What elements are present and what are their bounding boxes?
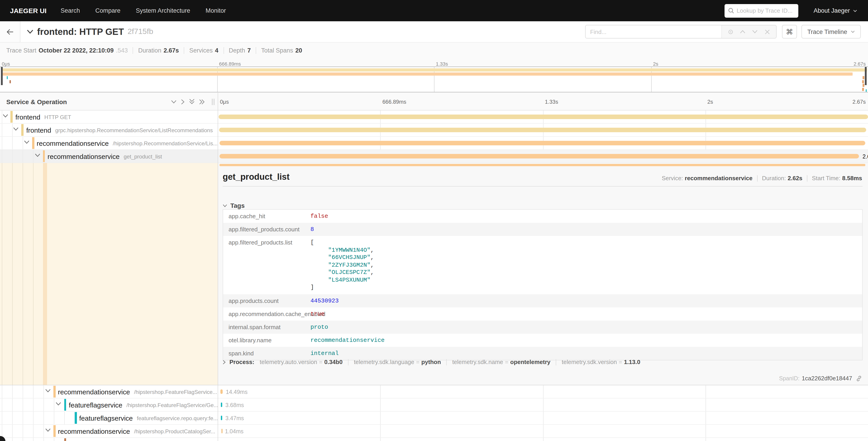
find-bar [585,25,777,38]
depth-label: Depth [229,47,245,54]
span-row[interactable]: frontendgrpc.hipstershop.RecommendationS… [0,124,868,137]
list-open-bracket: [ [310,239,374,246]
process-section-toggle[interactable]: Process: telemetry.auto.version=0.34b0 t… [223,359,640,365]
minimap-span-bar [862,76,864,79]
find-controls [721,25,776,38]
app-logo[interactable]: JAEGER UI [0,7,53,14]
tag-value: 8 [310,223,314,233]
span-row[interactable]: frontendHTTP GET [0,111,868,124]
tag-key: app.products.count [223,294,310,304]
about-jaeger-menu[interactable]: About Jaeger [813,7,857,14]
span-bar[interactable] [221,416,222,420]
nav-item-monitor[interactable]: Monitor [198,7,234,14]
trace-view-selector-label: Trace Timeline [807,28,847,35]
service-name: featureflagservice [79,414,133,422]
span-table-header: Service & Operation 0μs 666.89ms 1.33s 2… [0,93,868,111]
chevron-down-icon[interactable] [3,114,8,118]
collapse-trace-chevron-icon[interactable] [27,29,33,34]
minimap-span-bar [1,68,867,71]
nav-item-compare[interactable]: Compare [88,7,128,14]
process-tag-value: opentelemetry [510,359,551,365]
span-row[interactable]: recommendationservice/hipstershop.Recomm… [0,137,868,150]
chevron-down-icon[interactable] [45,389,51,392]
trace-id-lookup-input[interactable] [737,7,795,14]
trace-id-lookup[interactable] [724,4,798,18]
span-row[interactable]: featureflagservice/hipstershop.FeatureFl… [0,399,868,412]
span-service-operation: recommendationservice/hipstershop.Featur… [58,385,217,399]
clear-find-icon[interactable] [761,25,773,38]
collapse-one-icon[interactable] [171,100,177,104]
nav-item-system-architecture[interactable]: System Architecture [128,7,198,14]
collapse-all-icon[interactable] [189,99,195,105]
tag-key: internal.span.format [223,320,310,330]
tag-row: app.recommendation.cache_enabled true [223,307,862,320]
service-name: featureflagservice [69,401,122,409]
expand-one-icon[interactable] [181,99,185,105]
trace-start-ms: .543 [116,47,128,54]
timeline-tick: 2s [707,93,713,111]
services-value: 4 [215,47,218,54]
timeline-tick: 666.89ms [382,93,406,111]
search-icon [728,8,734,13]
list-separator: , [370,254,374,261]
tags-section-toggle[interactable]: Tags [223,202,245,209]
minimap-range-handle-right[interactable] [865,67,867,85]
chevron-down-icon[interactable] [45,428,51,432]
trace-start-label: Trace Start [6,47,36,54]
detail-meta: Service: recommendationservice Duration:… [662,175,862,182]
span-bar[interactable] [219,115,868,119]
service-color-chip [64,438,66,441]
tag-key: app.cache_hit [223,210,310,219]
process-tag-key: telemetry.sdk.language [354,359,414,365]
detail-duration-value: 2.62s [788,175,802,182]
span-id-row: SpanID: 1ca2262df0e18447 [779,375,862,382]
span-row-partial[interactable] [0,438,868,441]
chevron-down-icon[interactable] [24,140,29,144]
minimap-range-handle-left[interactable] [1,67,3,85]
chevron-down-icon[interactable] [35,153,40,157]
list-item: "66VCHSJNUP" [328,254,370,261]
service-name: recommendationservice [58,428,130,435]
trace-start-value: October 22 2022, 22:10:09 [39,47,114,54]
span-bar[interactable] [219,141,865,145]
span-row[interactable]: recommendationservice/hipstershop.Produc… [0,425,868,438]
span-bar[interactable] [221,429,222,433]
service-name: recommendationservice [37,140,109,147]
span-bar[interactable] [219,128,866,132]
trace-view-selector[interactable]: Trace Timeline [802,25,861,38]
back-button[interactable] [0,21,20,42]
minimap-tick: 2s [653,59,658,66]
operation-name: HTTP GET [44,114,71,120]
prev-match-icon[interactable] [737,25,749,38]
tag-value: recommendationservice [310,333,385,344]
span-bar[interactable] [220,389,223,394]
span-row-selected[interactable]: recommendationserviceget_product_list 2.… [0,150,868,163]
span-row[interactable]: featureflagservicefeatureflagservice.rep… [0,412,868,425]
top-nav: JAEGER UI Search Compare System Architec… [0,0,868,21]
column-resize-handle[interactable] [212,99,215,105]
deep-link-icon[interactable] [856,375,862,381]
trace-page-header: frontend: HTTP GET 2f715fb [0,21,868,42]
chevron-down-icon[interactable] [13,127,19,131]
list-item: "OLJCESPC7Z" [328,269,370,276]
next-match-icon[interactable] [749,25,761,38]
keyboard-shortcuts-button[interactable]: ⌘ [782,25,797,38]
span-service-operation: featureflagservicefeatureflagservice.rep… [79,412,218,425]
tag-row: otel.library.name recommendationservice [223,333,862,347]
span-duration-label: 3.68ms [225,399,244,412]
expand-all-icon[interactable] [199,99,205,105]
process-tag-value: 1.13.0 [624,359,640,365]
nav-item-search[interactable]: Search [53,7,88,14]
find-input[interactable] [586,25,721,38]
service-color-chip [10,111,12,123]
span-bar[interactable] [221,403,222,407]
span-service-operation: recommendationserviceget_product_list [48,150,162,163]
span-bar[interactable] [220,154,859,158]
tag-value-list: [ "1YMWWN1N4O", "66VCHSJNUP", "2ZYFJ3GM2… [310,236,374,294]
tag-row: span.kind internal [223,347,862,360]
chevron-down-icon[interactable] [56,402,61,406]
span-row[interactable]: recommendationservice/hipstershop.Featur… [0,385,868,399]
detail-start-time-label: Start Time: [812,175,840,182]
focus-match-icon[interactable] [724,25,737,38]
trace-minimap[interactable] [0,66,868,92]
